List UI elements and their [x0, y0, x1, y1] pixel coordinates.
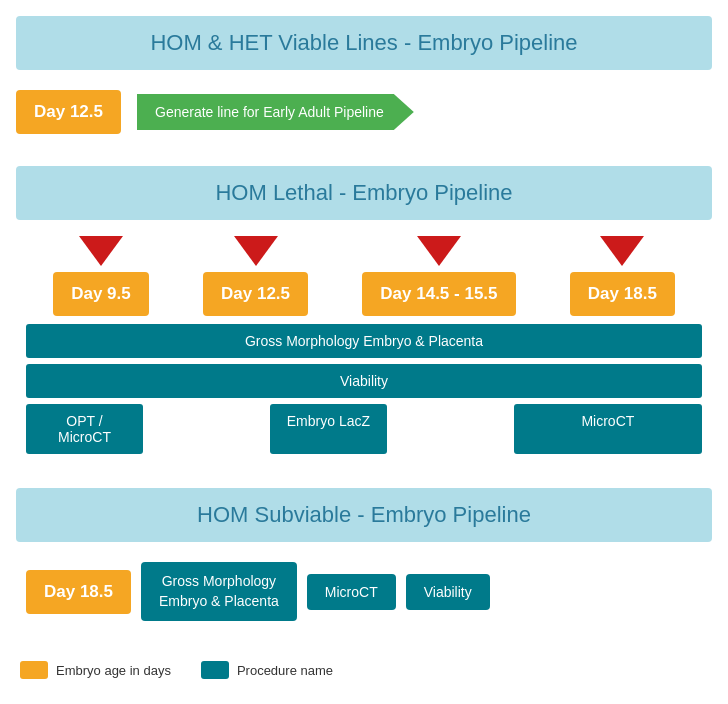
day-box-2: Day 14.5 - 15.5: [362, 272, 515, 316]
day-box-3: Day 18.5: [570, 272, 675, 316]
section3-title: HOM Subviable - Embryo Pipeline: [197, 502, 531, 527]
legend-teal-swatch: [201, 661, 229, 679]
day-col-1: Day 12.5: [203, 236, 308, 316]
gross-morphology-row: Gross Morphology Embryo & Placenta: [26, 324, 702, 358]
day-box-0: Day 9.5: [53, 272, 149, 316]
section2-procedures: Gross Morphology Embryo & Placenta Viabi…: [16, 316, 712, 468]
day-label-1: Day 12.5: [221, 284, 290, 303]
day-label-0: Day 9.5: [71, 284, 131, 303]
legend-embryo-age-label: Embryo age in days: [56, 663, 171, 678]
multi-procedure-row: OPT / MicroCT Embryo LacZ MicroCT: [26, 404, 702, 454]
section1-generate-arrow: Generate line for Early Adult Pipeline: [137, 94, 414, 130]
opt-microct-label: OPT / MicroCT: [58, 413, 111, 445]
day-col-3: Day 18.5: [570, 236, 675, 316]
section3-container: HOM Subviable - Embryo Pipeline Day 18.5…: [16, 488, 712, 633]
day-col-2: Day 14.5 - 15.5: [362, 236, 515, 316]
section3-proc-2-label: Viability: [424, 584, 472, 600]
section1-title: HOM & HET Viable Lines - Embryo Pipeline: [150, 30, 577, 55]
day-box-1: Day 12.5: [203, 272, 308, 316]
section2-header: HOM Lethal - Embryo Pipeline: [16, 166, 712, 220]
section2-container: HOM Lethal - Embryo Pipeline Day 9.5 Day…: [16, 166, 712, 468]
spacer-gap2: [397, 404, 504, 454]
section3-proc-2: Viability: [406, 574, 490, 610]
legend-procedure-name-label: Procedure name: [237, 663, 333, 678]
viability-label: Viability: [340, 373, 388, 389]
embryo-lacz-label: Embryo LacZ: [287, 413, 370, 429]
microct-cell: MicroCT: [514, 404, 702, 454]
section1-arrow-label: Generate line for Early Adult Pipeline: [155, 104, 384, 120]
section2-days-row: Day 9.5 Day 12.5 Day 14.5 - 15.5 Day 18.…: [16, 232, 712, 316]
day-label-2: Day 14.5 - 15.5: [380, 284, 497, 303]
day-col-0: Day 9.5: [53, 236, 149, 316]
red-arrow-2: [417, 236, 461, 266]
red-arrow-1: [234, 236, 278, 266]
embryo-lacz-cell: Embryo LacZ: [270, 404, 387, 454]
section1-header: HOM & HET Viable Lines - Embryo Pipeline: [16, 16, 712, 70]
section3-header: HOM Subviable - Embryo Pipeline: [16, 488, 712, 542]
opt-microct-cell: OPT / MicroCT: [26, 404, 143, 454]
section1-day-box: Day 12.5: [16, 90, 121, 134]
viability-row: Viability: [26, 364, 702, 398]
legend-procedure-name: Procedure name: [201, 661, 333, 679]
section1-body: Day 12.5 Generate line for Early Adult P…: [16, 82, 712, 146]
section3-proc-0: Gross MorphologyEmbryo & Placenta: [141, 562, 297, 621]
legend-embryo-age: Embryo age in days: [20, 661, 171, 679]
spacer-gap: [153, 404, 260, 454]
section3-proc-1-label: MicroCT: [325, 584, 378, 600]
section2-title: HOM Lethal - Embryo Pipeline: [215, 180, 512, 205]
day-label-3: Day 18.5: [588, 284, 657, 303]
section1-container: HOM & HET Viable Lines - Embryo Pipeline…: [16, 16, 712, 146]
section3-day-label: Day 18.5: [44, 582, 113, 601]
section3-body: Day 18.5 Gross MorphologyEmbryo & Placen…: [16, 554, 712, 633]
section3-proc-1: MicroCT: [307, 574, 396, 610]
gross-morphology-label: Gross Morphology Embryo & Placenta: [245, 333, 483, 349]
red-arrow-3: [600, 236, 644, 266]
legend-orange-swatch: [20, 661, 48, 679]
microct-label: MicroCT: [581, 413, 634, 429]
section3-day-box: Day 18.5: [26, 570, 131, 614]
section3-proc-0-label: Gross MorphologyEmbryo & Placenta: [159, 572, 279, 611]
legend: Embryo age in days Procedure name: [16, 653, 712, 687]
red-arrow-0: [79, 236, 123, 266]
section1-day-label: Day 12.5: [34, 102, 103, 121]
